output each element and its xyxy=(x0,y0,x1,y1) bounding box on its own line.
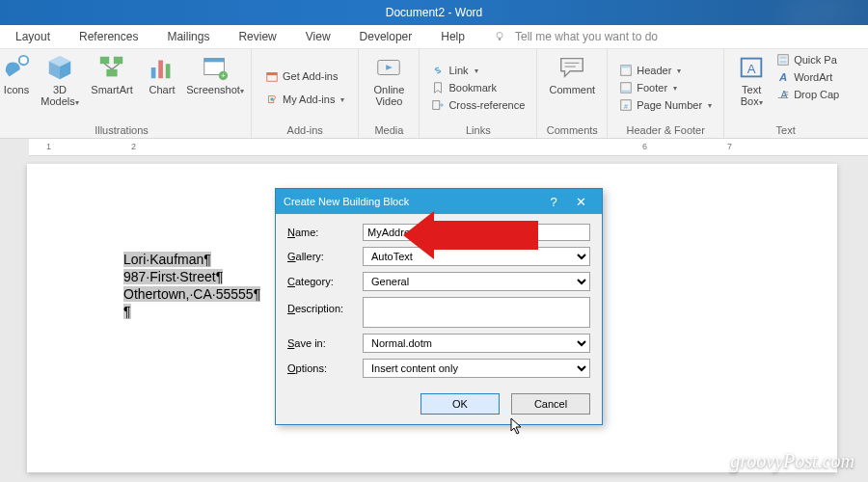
svg-rect-6 xyxy=(151,67,156,78)
bookmark-button[interactable]: Bookmark xyxy=(431,81,497,94)
smartart-button[interactable]: SmartArt xyxy=(87,53,137,95)
chart-icon xyxy=(148,53,176,82)
svg-text:+: + xyxy=(221,71,226,80)
textbox-icon: A xyxy=(737,53,766,82)
store-icon xyxy=(265,69,279,83)
name-label: Name: xyxy=(287,227,363,238)
category-select[interactable]: General xyxy=(363,272,590,291)
svg-text:A: A xyxy=(747,62,756,76)
dialog-title: Create New Building Block xyxy=(284,196,540,207)
cancel-button[interactable]: Cancel xyxy=(511,393,590,415)
bookmark-icon xyxy=(431,81,445,94)
ok-button[interactable]: OK xyxy=(420,393,500,415)
addins-icon xyxy=(265,93,279,106)
group-header-footer: Header▾ Footer▾ # Page Number▾ Header & … xyxy=(608,49,724,138)
titlebar-decoration xyxy=(694,0,868,25)
savein-label: Save in: xyxy=(287,337,363,349)
group-comments: Comment Comments xyxy=(537,49,608,138)
horizontal-ruler[interactable]: 1 2 6 7 xyxy=(0,139,868,156)
svg-rect-10 xyxy=(204,59,225,63)
dropcap-button[interactable]: A Drop Cap xyxy=(776,88,839,101)
watermark: groovyPost.com xyxy=(730,450,854,472)
tab-references[interactable]: References xyxy=(73,26,144,47)
chart-button[interactable]: Chart xyxy=(143,53,181,95)
comment-button[interactable]: Comment xyxy=(545,53,599,95)
svg-rect-1 xyxy=(499,39,501,40)
dropcap-icon: A xyxy=(776,88,790,101)
options-select[interactable]: Insert content only xyxy=(363,359,590,378)
gallery-label: Gallery: xyxy=(287,251,363,262)
tab-layout[interactable]: Layout xyxy=(10,26,56,47)
dialog-titlebar[interactable]: Create New Building Block ? ✕ xyxy=(276,189,602,214)
tab-developer[interactable]: Developer xyxy=(354,26,419,47)
footer-icon xyxy=(619,81,633,94)
svg-rect-7 xyxy=(158,61,163,79)
textbox-button[interactable]: A Text Box▾ xyxy=(732,53,771,109)
group-addins: Get Add-ins My Add-ins▾ Add-ins xyxy=(252,49,359,138)
svg-text:A: A xyxy=(778,71,787,83)
group-text: A Text Box▾ Quick Pa A WordArt A Drop Ca… xyxy=(724,49,847,138)
wordart-button[interactable]: A WordArt xyxy=(776,70,839,84)
my-addins-button[interactable]: My Add-ins▾ xyxy=(265,93,344,106)
text-line-3: Othertown,·CA·55555¶ xyxy=(123,286,260,302)
link-button[interactable]: Link▾ xyxy=(431,64,477,77)
page-number-button[interactable]: # Page Number▾ xyxy=(619,98,712,112)
header-button[interactable]: Header▾ xyxy=(619,64,681,77)
ribbon-tabs: Layout References Mailings Review View D… xyxy=(0,25,868,48)
window-title: Document2 - Word xyxy=(386,6,482,19)
icons-icon xyxy=(2,53,31,82)
window-titlebar: Document2 - Word xyxy=(0,0,868,25)
ribbon: Icons 3D Models▾ SmartArt Chart + Screen… xyxy=(0,48,868,139)
options-label: Options: xyxy=(287,362,363,374)
description-label: Description: xyxy=(287,297,363,314)
text-line-1: Lori·Kaufman¶ xyxy=(123,252,211,267)
svg-point-15 xyxy=(270,97,274,101)
comment-icon xyxy=(557,53,586,82)
screenshot-button[interactable]: + Screenshot▾ xyxy=(187,53,243,97)
tell-me-search[interactable]: Tell me what you want to do xyxy=(488,22,669,51)
lightbulb-icon xyxy=(494,31,505,42)
dialog-help-button[interactable]: ? xyxy=(540,195,567,209)
text-line-2: 987·First·Street¶ xyxy=(123,269,223,284)
icons-button[interactable]: Icons xyxy=(0,53,33,95)
gallery-select[interactable]: AutoText xyxy=(363,247,590,266)
pagenum-icon: # xyxy=(619,98,633,112)
svg-rect-5 xyxy=(106,69,117,77)
cross-reference-button[interactable]: Cross-reference xyxy=(431,98,525,112)
svg-text:#: # xyxy=(624,103,628,110)
svg-rect-3 xyxy=(100,57,109,65)
crossref-icon xyxy=(431,98,445,112)
description-input[interactable] xyxy=(363,297,590,328)
group-links: Link▾ Bookmark Cross-reference Links xyxy=(420,49,537,138)
footer-button[interactable]: Footer▾ xyxy=(619,81,677,94)
video-icon xyxy=(374,53,403,82)
group-media: Online Video Media xyxy=(359,49,420,138)
svg-rect-28 xyxy=(780,61,787,64)
savein-select[interactable]: Normal.dotm xyxy=(363,334,590,353)
svg-point-0 xyxy=(497,33,502,39)
3d-models-button[interactable]: 3D Models▾ xyxy=(39,53,81,109)
svg-rect-14 xyxy=(267,73,278,76)
cube-icon xyxy=(45,53,74,82)
header-icon xyxy=(619,64,633,77)
create-building-block-dialog: Create New Building Block ? ✕ Name: Gall… xyxy=(275,188,603,425)
wordart-icon: A xyxy=(776,70,790,84)
tab-mailings[interactable]: Mailings xyxy=(161,26,215,47)
group-illustrations: Icons 3D Models▾ SmartArt Chart + Screen… xyxy=(0,49,252,138)
svg-rect-8 xyxy=(166,64,171,78)
quick-parts-button[interactable]: Quick Pa xyxy=(776,53,839,67)
tab-help[interactable]: Help xyxy=(435,26,471,47)
dialog-close-button[interactable]: ✕ xyxy=(567,195,594,209)
online-video-button[interactable]: Online Video xyxy=(366,53,411,107)
tab-review[interactable]: Review xyxy=(232,26,282,47)
svg-rect-26 xyxy=(778,55,789,66)
quickparts-icon xyxy=(776,53,790,67)
category-label: Category: xyxy=(287,276,363,287)
get-addins-button[interactable]: Get Add-ins xyxy=(265,69,338,83)
smartart-icon xyxy=(97,53,126,82)
name-input[interactable] xyxy=(363,224,590,241)
tab-view[interactable]: View xyxy=(300,26,337,47)
svg-rect-4 xyxy=(114,57,122,65)
link-icon xyxy=(431,64,445,77)
svg-rect-19 xyxy=(621,66,632,68)
